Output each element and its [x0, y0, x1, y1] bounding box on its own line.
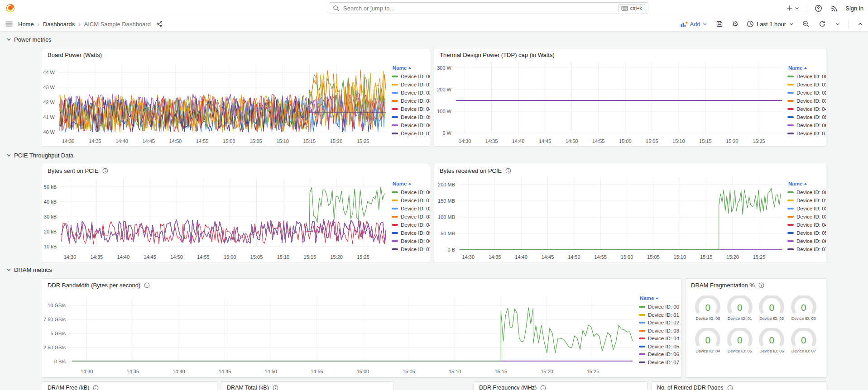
legend-item[interactable]: Device ID: 06 — [392, 237, 430, 245]
legend-item[interactable]: Device ID: 01 — [639, 311, 681, 319]
legend-item[interactable]: Device ID: 02 — [787, 89, 826, 97]
row-header-dram-metrics[interactable]: DRAM metrics — [6, 266, 52, 273]
legend-item[interactable]: Device ID: 02 — [392, 89, 430, 97]
info-icon[interactable] — [93, 385, 99, 390]
legend-item[interactable]: Device ID: 00 — [639, 303, 681, 311]
save-dashboard-button[interactable] — [715, 19, 724, 29]
info-icon[interactable] — [144, 282, 150, 288]
panel-title[interactable]: DDR Bandwidth (Bytes per second) — [42, 279, 681, 290]
info-icon[interactable] — [540, 385, 546, 390]
legend-item[interactable]: Device ID: 06 — [392, 121, 430, 129]
grafana-logo-icon[interactable] — [5, 3, 15, 13]
breadcrumb-dashboards[interactable]: Dashboards — [43, 21, 75, 28]
legend-item[interactable]: Device ID: 06 — [639, 350, 681, 358]
legend-item[interactable]: Device ID: 05 — [639, 342, 681, 351]
legend-item[interactable]: Device ID: 02 — [787, 205, 826, 213]
info-icon[interactable] — [102, 168, 108, 174]
legend-item[interactable]: Device ID: 01 — [392, 196, 430, 205]
refresh-interval-dropdown[interactable] — [834, 20, 841, 28]
mega-menu-button[interactable] — [4, 19, 14, 29]
legend-item[interactable]: Device ID: 04 — [392, 221, 430, 229]
legend-item[interactable]: Device ID: 03 — [392, 97, 430, 105]
panel-title[interactable]: DDR Frequency (MHz) — [474, 382, 647, 390]
legend-sort-name[interactable]: Name — [787, 64, 826, 72]
panel-title[interactable]: Thermal Design Power (TDP) cap (in Watts… — [434, 48, 826, 60]
legend-item[interactable]: Device ID: 00 — [392, 72, 430, 81]
legend-item[interactable]: Device ID: 05 — [787, 229, 826, 237]
breadcrumb-home[interactable]: Home — [18, 21, 34, 28]
help-button[interactable] — [814, 4, 823, 13]
legend-sort-name[interactable]: Name — [639, 295, 681, 303]
legend-item[interactable]: Device ID: 04 — [392, 105, 430, 113]
row-header-power-metrics[interactable]: Power metrics — [6, 36, 51, 43]
zoom-out-time-button[interactable] — [801, 19, 810, 29]
legend-item[interactable]: Device ID: 01 — [392, 81, 430, 89]
panel-title[interactable]: DRAM Fragmentation % — [686, 279, 826, 290]
search-input[interactable] — [342, 5, 618, 12]
legend-item[interactable]: Device ID: 05 — [392, 113, 430, 121]
add-panel-button[interactable]: Add — [680, 21, 707, 28]
legend-item[interactable]: Device ID: 00 — [787, 188, 826, 196]
panel-title[interactable]: DRAM Total (kB) — [221, 382, 393, 390]
legend-sort-name[interactable]: Name — [787, 180, 826, 188]
legend-item[interactable]: Device ID: 03 — [392, 213, 430, 221]
series-color-swatch — [787, 224, 794, 226]
legend-item[interactable]: Device ID: 03 — [787, 213, 826, 221]
timeseries-chart[interactable]: 14:3014:3514:4014:4514:5014:5515:0015:05… — [434, 176, 787, 262]
legend-item[interactable]: Device ID: 07 — [787, 245, 826, 253]
news-rss-button[interactable] — [830, 4, 839, 13]
legend-item[interactable]: Device ID: 04 — [639, 334, 681, 342]
panel-title[interactable]: Bytes sent on PCIE — [42, 164, 430, 176]
svg-text:15:05: 15:05 — [250, 254, 263, 260]
legend-item[interactable]: Device ID: 04 — [787, 105, 826, 113]
legend-item[interactable]: Device ID: 07 — [392, 129, 430, 138]
legend-item[interactable]: Device ID: 02 — [639, 319, 681, 327]
legend-item[interactable]: Device ID: 00 — [392, 188, 430, 196]
legend-item[interactable]: Device ID: 01 — [787, 196, 826, 205]
svg-text:10 GB/s: 10 GB/s — [48, 303, 66, 308]
legend-item[interactable]: Device ID: 07 — [392, 245, 430, 253]
legend-sort-name[interactable]: Name — [392, 180, 430, 188]
legend-item[interactable]: Device ID: 06 — [787, 121, 826, 129]
legend-item[interactable]: Device ID: 04 — [787, 221, 826, 229]
legend-item[interactable]: Device ID: 00 — [787, 72, 826, 81]
info-icon[interactable] — [758, 282, 764, 288]
chevron-down-icon — [6, 37, 11, 42]
svg-text:14:30: 14:30 — [459, 138, 471, 144]
info-icon[interactable] — [273, 385, 278, 390]
timeseries-chart[interactable]: 14:3014:3514:4014:4514:5014:5515:0015:05… — [42, 290, 639, 376]
legend-item[interactable]: Device ID: 05 — [392, 229, 430, 237]
share-dashboard-button[interactable] — [155, 20, 164, 29]
timeseries-chart[interactable]: 14:3014:3514:4014:4514:5014:5515:0015:05… — [42, 60, 392, 146]
series-color-swatch — [639, 361, 645, 363]
panel-title[interactable]: No. of Retired DDR Pages — [652, 382, 826, 390]
refresh-button[interactable] — [818, 19, 827, 29]
legend-item[interactable]: Device ID: 06 — [787, 237, 826, 245]
time-range-picker[interactable]: Last 1 hour — [747, 20, 794, 28]
legend-item[interactable]: Device ID: 07 — [787, 129, 826, 138]
search-bar[interactable]: ctrl+k — [329, 2, 648, 14]
series-color-swatch — [639, 353, 645, 355]
info-icon[interactable] — [727, 385, 733, 390]
dashboard-settings-button[interactable]: ⚙ — [731, 19, 739, 29]
sign-in-link[interactable]: Sign in — [845, 5, 863, 12]
panel-title[interactable]: Board Power (Watts) — [42, 48, 430, 60]
gauge: 0Device ID: 02 — [756, 295, 788, 321]
legend-item[interactable]: Device ID: 03 — [639, 327, 681, 335]
legend-item[interactable]: Device ID: 07 — [639, 358, 681, 366]
timeseries-chart[interactable]: 14:3014:3514:4014:4514:5014:5515:0015:05… — [434, 60, 787, 146]
legend-item[interactable]: Device ID: 02 — [392, 205, 430, 213]
collapse-toolbar-button[interactable] — [856, 20, 864, 28]
series-color-swatch — [787, 232, 794, 234]
info-icon[interactable] — [505, 168, 511, 174]
timeseries-chart[interactable]: 14:3014:3514:4014:4514:5014:5515:0015:05… — [42, 176, 392, 262]
panel-title[interactable]: Bytes received on PCIE — [434, 164, 826, 176]
svg-text:14:35: 14:35 — [127, 369, 139, 374]
row-header-pcie-throughput[interactable]: PCIE Throughput Data — [6, 152, 73, 159]
panel-title[interactable]: DRAM Free (kB) — [42, 382, 217, 390]
legend-sort-name[interactable]: Name — [392, 64, 430, 72]
legend-item[interactable]: Device ID: 05 — [787, 113, 826, 121]
new-menu-button[interactable] — [785, 4, 801, 13]
legend-item[interactable]: Device ID: 03 — [787, 97, 826, 105]
legend-item[interactable]: Device ID: 01 — [787, 81, 826, 89]
